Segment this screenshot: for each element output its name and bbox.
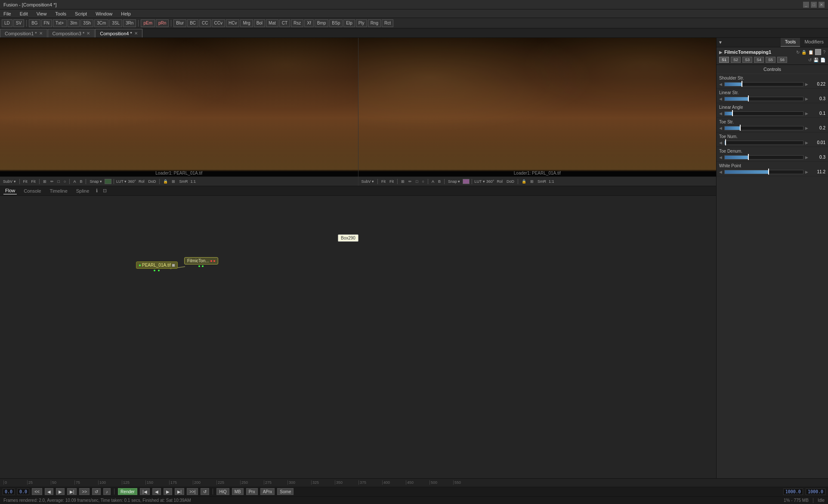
back-frame-button[interactable]: ◀ [45,488,53,495]
vt-pencil-btn[interactable]: ✏ [49,179,55,184]
rp-lock-icon[interactable]: 🔒 [801,50,806,55]
vt-right-snap-label[interactable]: Snap ▾ [447,179,462,184]
tb-bg[interactable]: BG [29,19,40,27]
tb-sv[interactable]: SV [13,19,24,27]
param-toe-num-left-arrow[interactable]: ◀ [719,141,723,145]
tb-3rn[interactable]: 3Rn [123,19,136,27]
vt-fit2-btn[interactable]: Fit [30,179,37,184]
tab-composition4-close[interactable]: ✕ [134,31,138,36]
tb-3im[interactable]: 3Im [68,19,80,27]
vt-rect-btn[interactable]: □ [56,179,61,184]
param-linear-str-left-arrow[interactable]: ◀ [719,97,723,101]
vt-a-btn[interactable]: A [72,179,77,184]
aprx-button[interactable]: APrx [260,488,275,495]
param-toe-num-track[interactable] [724,141,803,145]
vt-color-picker[interactable] [105,179,111,184]
param-shoulder-str-left-arrow[interactable]: ◀ [719,82,723,86]
param-shoulder-str-track[interactable] [724,82,803,86]
back-btn[interactable]: ◀ [152,488,161,495]
menu-edit[interactable]: Edit [18,10,30,17]
param-white-point-left-arrow[interactable]: ◀ [719,170,723,174]
tb-pem[interactable]: pEm [141,19,155,27]
flow-tab-timeline[interactable]: Timeline [48,187,69,194]
tb-ld[interactable]: LD [2,19,12,27]
menu-window[interactable]: Window [94,10,114,17]
window-controls[interactable]: _ □ ✕ [803,2,825,8]
flow-tab-flow[interactable]: Flow [3,187,17,194]
mb-button[interactable]: MB [232,488,244,495]
start-frame-display[interactable]: 0.0 [3,489,15,495]
rp-sub-s5[interactable]: S5 [766,57,775,63]
rp-info-icon[interactable]: ? [823,50,825,55]
render-button[interactable]: Render [118,488,137,495]
param-toe-num-right-arrow[interactable]: ▶ [805,141,809,145]
rp-script-icon[interactable]: 📋 [808,50,813,55]
vt-fit1-btn[interactable]: Fit [22,179,29,184]
vt-right-dod-btn[interactable]: DoD [505,179,516,184]
node-loader[interactable]: PEARL_01A.tif [136,261,178,271]
vt-snap-label[interactable]: Snap ▾ [88,179,103,184]
flow-tab-extra-icon[interactable]: ⊡ [103,188,107,194]
vt-right-fit1-btn[interactable]: Fit [380,179,387,184]
node-filmic-body[interactable]: FilmicTon... [184,257,218,264]
vt-right-grid-btn[interactable]: ⊞ [529,179,535,184]
vt-right-fit2-btn[interactable]: Fit [388,179,395,184]
rp-sub-s4[interactable]: S4 [754,57,764,63]
node-filmic[interactable]: FilmicTon... [184,257,218,267]
rp-tab-modifiers[interactable]: Modifiers [800,38,828,47]
vt-right-a-btn[interactable]: A [430,179,436,184]
param-linear-str-right-arrow[interactable]: ▶ [805,97,809,101]
rp-expand-icon[interactable]: ▶ [719,50,723,55]
flow-tab-spline[interactable]: Spline [74,187,91,194]
rp-sub-refresh-icon[interactable]: ↺ [808,58,812,62]
vt-right-rect-btn[interactable]: □ [414,179,419,184]
forward-button[interactable]: >> [79,488,90,495]
tb-bol[interactable]: Bol [254,19,265,27]
vt-circle-btn[interactable]: ○ [62,179,67,184]
vt-b-btn[interactable]: B [78,179,83,184]
refresh-btn[interactable]: ↺ [201,488,209,495]
param-toe-denum-right-arrow[interactable]: ▶ [805,155,809,160]
rp-color-swatch[interactable] [815,49,821,55]
vt-lock-btn[interactable]: 🔒 [162,179,169,184]
tb-cc[interactable]: CC [199,19,210,27]
rp-sub-s3[interactable]: S3 [742,57,752,63]
rp-sub-save-icon[interactable]: 💾 [813,58,819,62]
tb-rsz[interactable]: Rsz [291,19,303,27]
param-shoulder-str-right-arrow[interactable]: ▶ [805,82,809,86]
tab-composition3-close[interactable]: ✕ [87,31,90,36]
param-toe-num-value[interactable]: 0.01 [810,140,825,145]
loop-button[interactable]: ↺ [92,488,101,495]
rp-sub-s1[interactable]: S1 [719,57,729,63]
end-frame-display[interactable]: 1000.0 [783,489,803,495]
param-white-point-value[interactable]: 11.2 [810,169,825,174]
audio-button[interactable]: ♪ [103,488,111,495]
param-linear-str-track[interactable] [724,97,803,101]
tb-hcv[interactable]: HCv [226,19,239,27]
tab-composition1-close[interactable]: ✕ [39,31,43,36]
vt-subv-btn[interactable]: SubV ▾ [2,179,17,184]
rp-sub-s2[interactable]: S2 [731,57,741,63]
current-frame-display[interactable]: 0.0 [17,489,29,495]
tb-bsp[interactable]: BSp [329,19,343,27]
fwd-btn[interactable]: ▶| [175,488,185,495]
tb-ct[interactable]: CT [279,19,290,27]
flow-canvas[interactable]: Box290 PEARL_01A.tif [0,196,716,478]
end-frame-display2[interactable]: 1000.0 [806,489,825,495]
param-toe-denum-left-arrow[interactable]: ◀ [719,155,723,160]
tb-rng[interactable]: Rng [368,19,381,27]
play-btn2[interactable]: ▶ [164,488,172,495]
tb-blur[interactable]: Blur [173,19,186,27]
fwd-frame-button[interactable]: ▶| [67,488,77,495]
vt-right-rol-btn[interactable]: Rol [495,179,504,184]
prx-button[interactable]: Prx [246,488,258,495]
param-white-point-right-arrow[interactable]: ▶ [805,170,809,174]
vt-dod-btn[interactable]: DoD [147,179,157,184]
param-white-point-track[interactable] [724,170,803,174]
tb-bc[interactable]: BC [187,19,198,27]
next-frame-btn[interactable]: >>| [187,488,198,495]
maximize-button[interactable]: □ [811,2,817,8]
tb-bmp[interactable]: Bmp [315,19,329,27]
param-linear-angle-right-arrow[interactable]: ▶ [805,111,809,116]
rp-sub-script2-icon[interactable]: 📄 [820,58,825,62]
